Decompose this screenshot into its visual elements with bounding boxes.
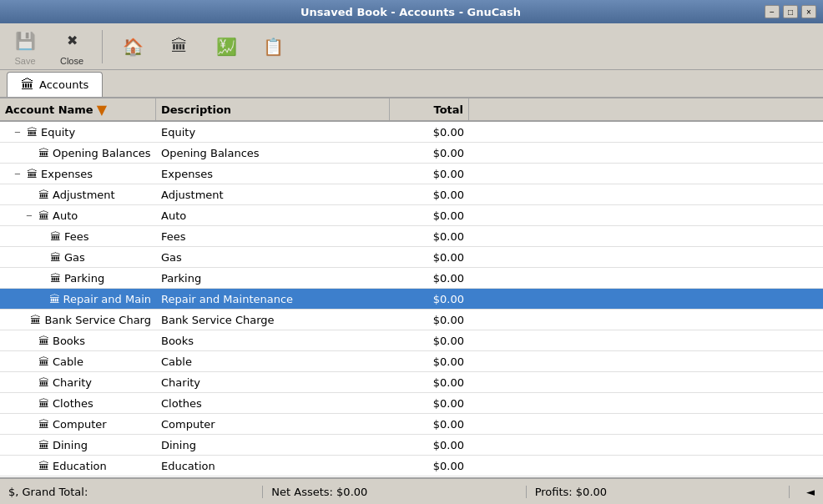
table-row[interactable]: 🏛 Parking Parking $0.00 [0,268,823,289]
cell-total-auto: $0.00 [390,205,469,225]
cell-desc-clothes: Clothes [156,393,390,413]
minimize-button[interactable]: − [765,5,780,18]
expand-icon[interactable]: − [12,128,23,137]
table-row[interactable]: 🏛 Adjustment Adjustment $0.00 [0,184,823,205]
cell-name-auto: − 🏛 Auto [0,205,156,225]
new-account-icon: 💹 [213,33,240,60]
cell-total-fees: $0.00 [390,226,469,246]
net-assets-section: Net Assets: $0.00 [271,486,526,498]
cell-desc-charity: Charity [156,372,390,392]
table-row[interactable]: 🏛 Charity Charity $0.00 [0,372,823,393]
account-icon: 🏛 [38,460,49,472]
account-icon: 🏛 [27,168,38,180]
table-header: Account Name ▼ Description Total [0,98,823,122]
new-account-button[interactable]: 💹 [206,32,246,62]
cell-total-parking: $0.00 [390,268,469,288]
cell-total-gas: $0.00 [390,247,469,267]
table-row[interactable]: − 🏛 Auto Auto $0.00 [0,205,823,226]
cell-total-dining: $0.00 [390,435,469,455]
table-row[interactable]: 🏛 Opening Balances Opening Balances $0.0… [0,143,823,164]
open-register-icon: 📋 [260,33,286,60]
close-tab-button[interactable]: ✖ Close [52,26,92,68]
cell-desc-adjustment: Adjustment [156,184,390,204]
table-row[interactable]: 🏛 Cable Cable $0.00 [0,351,823,372]
cell-desc-gas: Gas [156,247,390,267]
table-row[interactable]: 🏛 Fees Fees $0.00 [0,226,823,247]
save-button[interactable]: 💾 Save [5,26,45,68]
account-icon: 🏛 [50,230,61,243]
status-bar: $, Grand Total: Net Assets: $0.00 Profit… [0,477,823,504]
table-row[interactable]: 🏛 Education Education $0.00 [0,456,823,476]
cell-name-cable: 🏛 Cable [0,351,156,371]
account-icon: 🏛 [27,126,38,139]
table-row[interactable]: 🏛 Gas Gas $0.00 [0,247,823,268]
open-accounts-button[interactable]: 🏛 [159,32,199,62]
expand-icon[interactable]: − [23,211,35,220]
table-row[interactable]: − 🏛 Expenses Expenses $0.00 [0,164,823,184]
account-icon: 🏛 [38,355,49,368]
account-icon: 🏛 [30,314,41,326]
account-icon: 🏛 [38,376,49,389]
accounts-tab-icon: 🏛 [21,77,34,93]
profits-label: Profits: $0.00 [535,486,607,498]
cell-total-clothes: $0.00 [390,393,469,413]
grand-total-label: $, Grand Total: [8,486,88,498]
cell-name-opening-balances: 🏛 Opening Balances [0,143,156,163]
close-icon: ✖ [58,28,85,54]
cell-total-cable: $0.00 [390,351,469,371]
col-name-label: Account Name [5,103,93,116]
expand-icon[interactable]: − [12,169,23,179]
window-controls[interactable]: − □ × [765,5,816,18]
col-header-extra [469,98,808,120]
cell-desc-books: Books [156,330,390,350]
cell-desc-opening-balances: Opening Balances [156,143,390,163]
cell-name-equity: − 🏛 Equity [0,122,156,142]
account-icon: 🏛 [38,335,49,347]
cell-desc-computer: Computer [156,414,390,434]
account-icon: 🏛 [50,251,61,264]
accounts-tab[interactable]: 🏛 Accounts [7,72,103,97]
net-assets-label: Net Assets: $0.00 [271,486,367,498]
cell-name-dining: 🏛 Dining [0,435,156,455]
cell-desc-bank-service: Bank Service Charge [156,310,390,330]
col-header-name[interactable]: Account Name ▼ [0,98,156,120]
account-icon: 🏛 [38,439,49,451]
col-header-description[interactable]: Description [156,98,390,120]
account-icon: 🏛 [50,272,61,285]
account-icon: 🏛 [38,397,49,410]
accounts-tab-label: Accounts [39,78,88,91]
maximize-button[interactable]: □ [783,5,798,18]
table-row[interactable]: 🏛 Dining Dining $0.00 [0,435,823,456]
cell-name-bank-service: 🏛 Bank Service Charg [0,310,156,330]
open-book-button[interactable]: 🏠 [113,32,153,62]
cell-name-parking: 🏛 Parking [0,268,156,288]
table-row[interactable]: 🏛 Bank Service Charg Bank Service Charge… [0,310,823,330]
cell-desc-repair: Repair and Maintenance [156,289,390,309]
save-label: Save [14,56,35,66]
close-label: Close [60,56,83,66]
open-register-button[interactable]: 📋 [253,32,293,62]
table-row[interactable]: 🏛 Computer Computer $0.00 [0,414,823,435]
cell-total-opening-balances: $0.00 [390,143,469,163]
cell-total-charity: $0.00 [390,372,469,392]
table-row[interactable]: 🏛 Clothes Clothes $0.00 [0,393,823,414]
cell-total-adjustment: $0.00 [390,184,469,204]
cell-name-fees: 🏛 Fees [0,226,156,246]
account-icon: 🏛 [38,209,49,222]
cell-desc-cable: Cable [156,351,390,371]
cell-name-clothes: 🏛 Clothes [0,393,156,413]
close-button[interactable]: × [801,5,816,18]
table-row[interactable]: − 🏛 Equity Equity $0.00 [0,122,823,143]
cell-desc-equity: Equity [156,122,390,142]
open-accounts-icon: 🏛 [166,33,193,60]
table-row[interactable]: 🏛 Books Books $0.00 [0,330,823,351]
table-body[interactable]: − 🏛 Equity Equity $0.00 🏛 Opening Balanc… [0,122,823,477]
cell-total-equity: $0.00 [390,122,469,142]
cell-desc-auto: Auto [156,205,390,225]
profits-section: Profits: $0.00 [535,486,790,498]
col-header-total[interactable]: Total [390,98,469,120]
toolbar: 💾 Save ✖ Close 🏠 🏛 💹 📋 [0,23,823,70]
toolbar-separator [102,30,103,63]
table-row-selected[interactable]: 🏛 Repair and Main Repair and Maintenance… [0,289,823,310]
cell-name-gas: 🏛 Gas [0,247,156,267]
